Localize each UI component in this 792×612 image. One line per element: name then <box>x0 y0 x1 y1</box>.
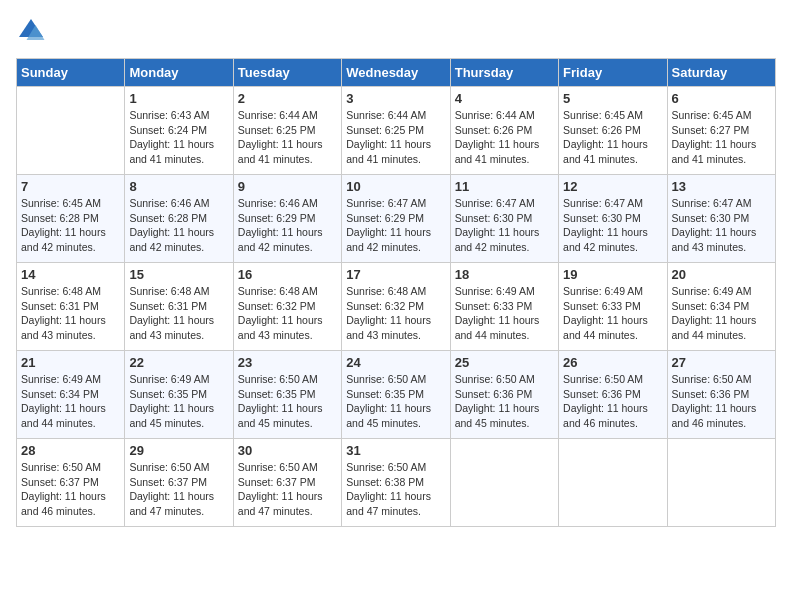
header-day: Monday <box>125 59 233 87</box>
day-info: Sunrise: 6:47 AMSunset: 6:30 PMDaylight:… <box>563 196 662 255</box>
calendar-cell: 23Sunrise: 6:50 AMSunset: 6:35 PMDayligh… <box>233 351 341 439</box>
logo <box>16 16 50 46</box>
day-info: Sunrise: 6:50 AMSunset: 6:37 PMDaylight:… <box>129 460 228 519</box>
calendar-cell: 30Sunrise: 6:50 AMSunset: 6:37 PMDayligh… <box>233 439 341 527</box>
day-info: Sunrise: 6:47 AMSunset: 6:30 PMDaylight:… <box>455 196 554 255</box>
header-row: SundayMondayTuesdayWednesdayThursdayFrid… <box>17 59 776 87</box>
day-number: 31 <box>346 443 445 458</box>
calendar-cell: 24Sunrise: 6:50 AMSunset: 6:35 PMDayligh… <box>342 351 450 439</box>
calendar-cell: 15Sunrise: 6:48 AMSunset: 6:31 PMDayligh… <box>125 263 233 351</box>
calendar-cell: 20Sunrise: 6:49 AMSunset: 6:34 PMDayligh… <box>667 263 775 351</box>
header-day: Saturday <box>667 59 775 87</box>
day-number: 20 <box>672 267 771 282</box>
day-number: 7 <box>21 179 120 194</box>
day-info: Sunrise: 6:44 AMSunset: 6:26 PMDaylight:… <box>455 108 554 167</box>
day-number: 23 <box>238 355 337 370</box>
day-info: Sunrise: 6:48 AMSunset: 6:32 PMDaylight:… <box>238 284 337 343</box>
day-number: 24 <box>346 355 445 370</box>
calendar-cell <box>559 439 667 527</box>
day-info: Sunrise: 6:48 AMSunset: 6:31 PMDaylight:… <box>129 284 228 343</box>
day-number: 14 <box>21 267 120 282</box>
page-header <box>16 16 776 46</box>
day-info: Sunrise: 6:47 AMSunset: 6:30 PMDaylight:… <box>672 196 771 255</box>
day-info: Sunrise: 6:50 AMSunset: 6:36 PMDaylight:… <box>672 372 771 431</box>
calendar-row: 28Sunrise: 6:50 AMSunset: 6:37 PMDayligh… <box>17 439 776 527</box>
day-info: Sunrise: 6:47 AMSunset: 6:29 PMDaylight:… <box>346 196 445 255</box>
day-number: 5 <box>563 91 662 106</box>
day-info: Sunrise: 6:49 AMSunset: 6:33 PMDaylight:… <box>455 284 554 343</box>
calendar-cell <box>17 87 125 175</box>
calendar-cell: 21Sunrise: 6:49 AMSunset: 6:34 PMDayligh… <box>17 351 125 439</box>
day-number: 15 <box>129 267 228 282</box>
day-number: 19 <box>563 267 662 282</box>
day-info: Sunrise: 6:50 AMSunset: 6:36 PMDaylight:… <box>563 372 662 431</box>
day-info: Sunrise: 6:44 AMSunset: 6:25 PMDaylight:… <box>346 108 445 167</box>
calendar-row: 7Sunrise: 6:45 AMSunset: 6:28 PMDaylight… <box>17 175 776 263</box>
calendar-cell: 22Sunrise: 6:49 AMSunset: 6:35 PMDayligh… <box>125 351 233 439</box>
header-day: Wednesday <box>342 59 450 87</box>
day-info: Sunrise: 6:50 AMSunset: 6:36 PMDaylight:… <box>455 372 554 431</box>
day-info: Sunrise: 6:49 AMSunset: 6:33 PMDaylight:… <box>563 284 662 343</box>
day-info: Sunrise: 6:50 AMSunset: 6:35 PMDaylight:… <box>346 372 445 431</box>
day-number: 22 <box>129 355 228 370</box>
calendar-cell: 18Sunrise: 6:49 AMSunset: 6:33 PMDayligh… <box>450 263 558 351</box>
day-number: 10 <box>346 179 445 194</box>
calendar-cell: 9Sunrise: 6:46 AMSunset: 6:29 PMDaylight… <box>233 175 341 263</box>
header-day: Sunday <box>17 59 125 87</box>
day-info: Sunrise: 6:50 AMSunset: 6:37 PMDaylight:… <box>21 460 120 519</box>
calendar-cell: 6Sunrise: 6:45 AMSunset: 6:27 PMDaylight… <box>667 87 775 175</box>
calendar-row: 21Sunrise: 6:49 AMSunset: 6:34 PMDayligh… <box>17 351 776 439</box>
day-number: 2 <box>238 91 337 106</box>
calendar-cell <box>667 439 775 527</box>
day-number: 16 <box>238 267 337 282</box>
calendar-cell: 27Sunrise: 6:50 AMSunset: 6:36 PMDayligh… <box>667 351 775 439</box>
day-info: Sunrise: 6:46 AMSunset: 6:28 PMDaylight:… <box>129 196 228 255</box>
day-number: 13 <box>672 179 771 194</box>
calendar-cell <box>450 439 558 527</box>
day-number: 25 <box>455 355 554 370</box>
header-day: Thursday <box>450 59 558 87</box>
calendar-cell: 28Sunrise: 6:50 AMSunset: 6:37 PMDayligh… <box>17 439 125 527</box>
day-info: Sunrise: 6:48 AMSunset: 6:32 PMDaylight:… <box>346 284 445 343</box>
calendar-cell: 7Sunrise: 6:45 AMSunset: 6:28 PMDaylight… <box>17 175 125 263</box>
calendar-cell: 8Sunrise: 6:46 AMSunset: 6:28 PMDaylight… <box>125 175 233 263</box>
day-info: Sunrise: 6:49 AMSunset: 6:35 PMDaylight:… <box>129 372 228 431</box>
calendar-row: 1Sunrise: 6:43 AMSunset: 6:24 PMDaylight… <box>17 87 776 175</box>
calendar-cell: 19Sunrise: 6:49 AMSunset: 6:33 PMDayligh… <box>559 263 667 351</box>
calendar-table: SundayMondayTuesdayWednesdayThursdayFrid… <box>16 58 776 527</box>
day-info: Sunrise: 6:50 AMSunset: 6:38 PMDaylight:… <box>346 460 445 519</box>
day-info: Sunrise: 6:48 AMSunset: 6:31 PMDaylight:… <box>21 284 120 343</box>
calendar-cell: 17Sunrise: 6:48 AMSunset: 6:32 PMDayligh… <box>342 263 450 351</box>
day-number: 30 <box>238 443 337 458</box>
day-info: Sunrise: 6:50 AMSunset: 6:35 PMDaylight:… <box>238 372 337 431</box>
header-day: Friday <box>559 59 667 87</box>
day-number: 26 <box>563 355 662 370</box>
day-info: Sunrise: 6:45 AMSunset: 6:27 PMDaylight:… <box>672 108 771 167</box>
calendar-cell: 25Sunrise: 6:50 AMSunset: 6:36 PMDayligh… <box>450 351 558 439</box>
day-number: 9 <box>238 179 337 194</box>
day-number: 11 <box>455 179 554 194</box>
day-number: 8 <box>129 179 228 194</box>
calendar-cell: 29Sunrise: 6:50 AMSunset: 6:37 PMDayligh… <box>125 439 233 527</box>
day-number: 28 <box>21 443 120 458</box>
header-day: Tuesday <box>233 59 341 87</box>
calendar-cell: 11Sunrise: 6:47 AMSunset: 6:30 PMDayligh… <box>450 175 558 263</box>
calendar-row: 14Sunrise: 6:48 AMSunset: 6:31 PMDayligh… <box>17 263 776 351</box>
calendar-cell: 16Sunrise: 6:48 AMSunset: 6:32 PMDayligh… <box>233 263 341 351</box>
day-info: Sunrise: 6:44 AMSunset: 6:25 PMDaylight:… <box>238 108 337 167</box>
logo-icon <box>16 16 46 46</box>
day-number: 27 <box>672 355 771 370</box>
day-info: Sunrise: 6:49 AMSunset: 6:34 PMDaylight:… <box>21 372 120 431</box>
day-number: 21 <box>21 355 120 370</box>
day-number: 29 <box>129 443 228 458</box>
calendar-cell: 12Sunrise: 6:47 AMSunset: 6:30 PMDayligh… <box>559 175 667 263</box>
day-number: 17 <box>346 267 445 282</box>
calendar-cell: 1Sunrise: 6:43 AMSunset: 6:24 PMDaylight… <box>125 87 233 175</box>
calendar-cell: 3Sunrise: 6:44 AMSunset: 6:25 PMDaylight… <box>342 87 450 175</box>
calendar-cell: 2Sunrise: 6:44 AMSunset: 6:25 PMDaylight… <box>233 87 341 175</box>
day-number: 6 <box>672 91 771 106</box>
day-info: Sunrise: 6:46 AMSunset: 6:29 PMDaylight:… <box>238 196 337 255</box>
calendar-cell: 14Sunrise: 6:48 AMSunset: 6:31 PMDayligh… <box>17 263 125 351</box>
calendar-cell: 10Sunrise: 6:47 AMSunset: 6:29 PMDayligh… <box>342 175 450 263</box>
day-number: 4 <box>455 91 554 106</box>
